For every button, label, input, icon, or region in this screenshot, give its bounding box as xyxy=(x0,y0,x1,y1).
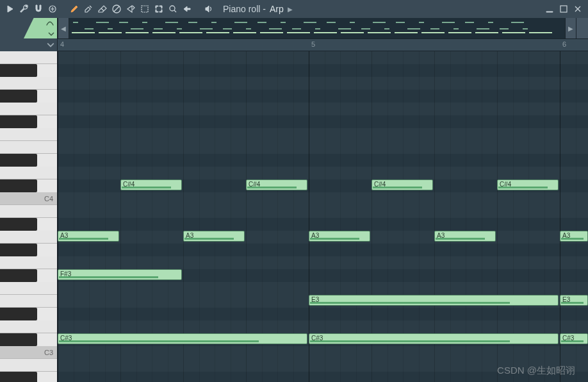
paint-tool-icon[interactable] xyxy=(82,3,95,15)
ruler-bar-number: 4 xyxy=(60,40,64,48)
black-key[interactable] xyxy=(0,154,37,167)
black-key[interactable] xyxy=(0,64,37,77)
midi-note[interactable]: A3 xyxy=(58,231,119,242)
magnet-icon[interactable] xyxy=(32,3,45,15)
black-key[interactable] xyxy=(0,308,37,320)
midi-note[interactable]: C#4 xyxy=(120,179,182,190)
overview-scroll-right[interactable]: ▶ xyxy=(565,18,576,38)
zoom-tool-icon[interactable] xyxy=(152,3,165,15)
ruler-bar-number: 5 xyxy=(311,40,315,48)
wrench-icon[interactable] xyxy=(18,3,31,15)
midi-note[interactable]: A3 xyxy=(183,231,245,242)
window-title: Piano roll - Arp ▶ xyxy=(223,4,293,14)
close-button[interactable] xyxy=(571,3,584,15)
stamp-icon[interactable] xyxy=(46,3,59,15)
white-key[interactable] xyxy=(0,256,57,269)
audition-speaker-icon[interactable] xyxy=(202,3,215,15)
octave-label: C3 xyxy=(44,349,53,356)
midi-note[interactable]: C#3 xyxy=(309,333,559,344)
overview-row: ◀ ▶ xyxy=(0,18,588,38)
chop-icon[interactable] xyxy=(167,3,179,15)
piano-roll-toolbar: Piano roll - Arp ▶ xyxy=(0,0,588,18)
white-key[interactable] xyxy=(0,141,57,154)
midi-note[interactable]: A3 xyxy=(434,231,496,242)
black-key[interactable] xyxy=(0,179,37,192)
midi-note[interactable]: C#3 xyxy=(560,333,588,344)
midi-note[interactable]: E3 xyxy=(560,295,588,306)
chevron-down-icon xyxy=(47,41,54,49)
select-tool-icon[interactable] xyxy=(138,3,151,15)
channel-name[interactable]: Arp xyxy=(270,4,284,14)
midi-note[interactable]: A3 xyxy=(309,231,370,242)
note-grid[interactable]: C#4C#4C#4C#4A3A3A3A3A3F#3E3E3C#3C#3C#3 xyxy=(58,51,588,382)
black-key[interactable] xyxy=(0,218,37,231)
channel-chevron-icon[interactable]: ▶ xyxy=(288,6,293,13)
black-key[interactable] xyxy=(0,244,37,256)
playback-tool-icon[interactable] xyxy=(181,3,193,15)
minimize-button[interactable] xyxy=(543,3,556,15)
overview-end-cap xyxy=(576,18,588,38)
midi-note[interactable]: C#3 xyxy=(58,333,307,344)
white-key[interactable] xyxy=(0,103,57,115)
timeline-ruler-row: 456 xyxy=(0,38,588,51)
octave-label: C4 xyxy=(44,195,53,203)
midi-note[interactable]: C#4 xyxy=(497,179,559,190)
svg-rect-4 xyxy=(560,6,567,12)
play-menu-icon[interactable] xyxy=(4,3,17,15)
ruler-options[interactable] xyxy=(0,38,58,51)
white-key[interactable] xyxy=(0,295,57,308)
black-key[interactable] xyxy=(0,372,37,382)
piano-keyboard[interactable]: C4C3 xyxy=(0,51,58,382)
midi-note[interactable]: C#4 xyxy=(372,179,433,190)
svg-rect-2 xyxy=(142,6,148,12)
mute-tool-icon[interactable] xyxy=(110,3,123,15)
midi-note[interactable]: C#4 xyxy=(246,179,307,190)
maximize-button[interactable] xyxy=(557,3,570,15)
overview-scroll-left[interactable]: ◀ xyxy=(58,18,69,38)
white-key[interactable] xyxy=(0,77,57,90)
white-key[interactable] xyxy=(0,167,57,179)
midi-note[interactable]: E3 xyxy=(309,295,559,306)
black-key[interactable] xyxy=(0,269,37,282)
midi-note[interactable]: F#3 xyxy=(58,269,182,280)
black-key[interactable] xyxy=(0,115,37,128)
erase-tool-icon[interactable] xyxy=(96,3,109,15)
white-key[interactable] xyxy=(0,128,57,141)
svg-point-3 xyxy=(170,6,175,11)
white-key[interactable] xyxy=(0,231,57,244)
black-key[interactable] xyxy=(0,90,37,103)
midi-note[interactable]: A3 xyxy=(560,231,588,242)
ruler-bar-number: 6 xyxy=(562,40,566,48)
title-prefix: Piano roll - xyxy=(223,4,266,14)
white-key[interactable] xyxy=(0,320,57,333)
timeline-ruler[interactable]: 456 xyxy=(58,38,588,51)
white-key[interactable] xyxy=(0,359,57,372)
draw-tool-icon[interactable] xyxy=(68,3,81,15)
main-area: C4C3 C#4C#4C#4C#4A3A3A3A3A3F#3E3E3C#3C#3… xyxy=(0,51,588,382)
white-key[interactable] xyxy=(0,205,57,218)
black-key[interactable] xyxy=(0,333,37,346)
overview-mode-tab[interactable] xyxy=(0,18,58,38)
slice-tool-icon[interactable] xyxy=(124,3,137,15)
overview-minimap[interactable] xyxy=(69,18,565,38)
white-key[interactable] xyxy=(0,51,57,64)
white-key[interactable] xyxy=(0,282,57,295)
